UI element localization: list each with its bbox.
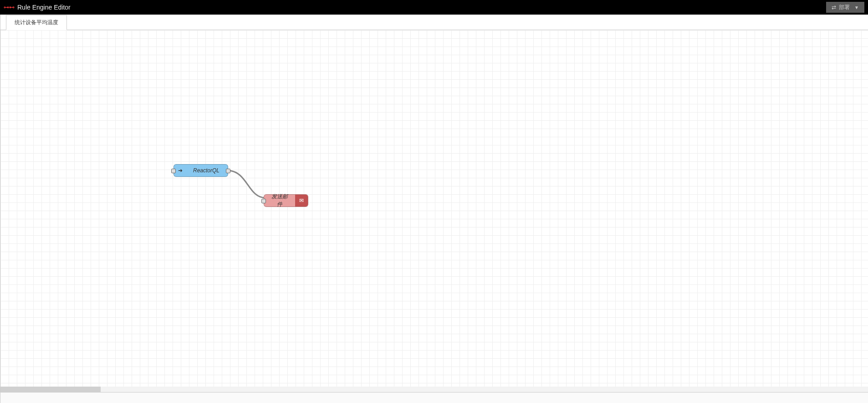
workspace-footer: ⊞ − ○ + (0, 392, 868, 403)
node-reactorql[interactable]: ➜ ReactorQL (174, 164, 228, 177)
workspace-hscrollbar[interactable] (0, 387, 868, 392)
app-header: ⊶⊷ Rule Engine Editor ⇄ 部署 ▼ (0, 0, 868, 15)
canvas[interactable]: ➜ ReactorQL 发送邮件 ✉ (0, 30, 868, 392)
node-sendmail[interactable]: 发送邮件 ✉ (264, 194, 308, 207)
input-port[interactable] (171, 169, 176, 173)
reactorql-icon: ➜ (174, 165, 187, 176)
input-port[interactable] (261, 199, 266, 203)
node-label: 发送邮件 (264, 193, 295, 208)
workspace: 统计设备平均温度 ➜ ReactorQL 发送邮件 ✉ (0, 15, 868, 403)
flow-tabs: 统计设备平均温度 (0, 15, 868, 30)
output-port[interactable] (226, 169, 230, 173)
deploy-button[interactable]: ⇄ 部署 ▼ (826, 2, 864, 13)
logo-icon: ⊶⊷ (4, 4, 15, 10)
chevron-down-icon[interactable]: ▼ (854, 5, 859, 10)
mail-icon: ✉ (295, 195, 308, 207)
wire (227, 167, 268, 203)
canvas-viewport[interactable]: ➜ ReactorQL 发送邮件 ✉ (0, 30, 868, 392)
app-title: Rule Engine Editor (17, 4, 71, 11)
app-logo: ⊶⊷ Rule Engine Editor (4, 4, 71, 11)
deploy-icon: ⇄ (832, 4, 836, 10)
deploy-label: 部署 (839, 4, 850, 11)
flow-tab[interactable]: 统计设备平均温度 (6, 15, 67, 30)
node-label: ReactorQL (187, 167, 226, 174)
